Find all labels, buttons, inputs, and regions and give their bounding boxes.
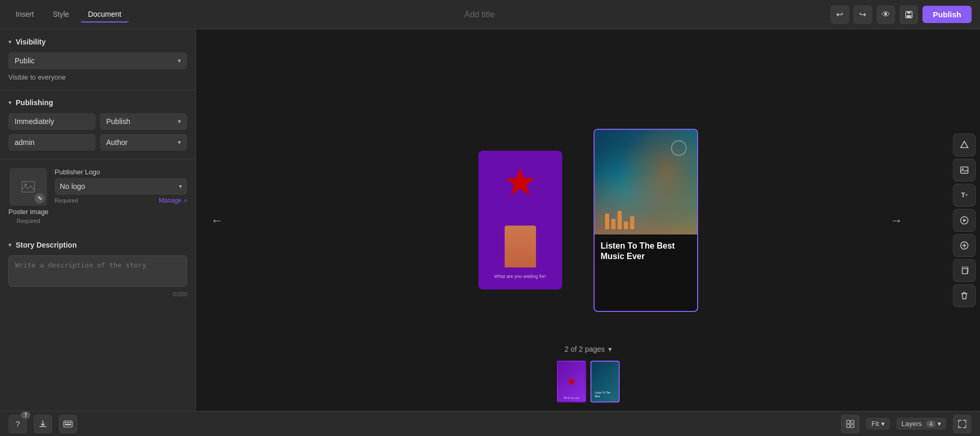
poster-label: Poster image bbox=[8, 208, 49, 216]
logo-section: Publisher Logo No logo ▾ Required Manage… bbox=[55, 168, 187, 204]
thumbnail-1[interactable]: What are you bbox=[557, 361, 586, 403]
manage-link[interactable]: Manage ↗ bbox=[159, 197, 187, 204]
logo-chevron-icon: ▾ bbox=[179, 183, 182, 190]
layers-count-badge: 4 bbox=[926, 420, 936, 428]
canvas-area: What are you waiting for! bbox=[196, 29, 980, 411]
story-description-input[interactable] bbox=[8, 255, 187, 287]
story-card-1[interactable]: What are you waiting for! bbox=[478, 151, 562, 289]
external-link-icon: ↗ bbox=[183, 198, 187, 204]
visibility-title: Visibility bbox=[16, 38, 45, 46]
publish-button[interactable]: Publish bbox=[922, 6, 972, 23]
author-row: admin Author ▾ bbox=[8, 134, 187, 151]
svg-rect-23 bbox=[847, 424, 850, 428]
undo-button[interactable]: ↩ bbox=[830, 5, 849, 24]
pages-indicator[interactable]: 2 of 2 pages ▾ bbox=[564, 345, 611, 353]
visibility-note: Visible to everyone bbox=[8, 73, 187, 81]
download-button[interactable] bbox=[33, 415, 52, 433]
author-select[interactable]: admin bbox=[8, 134, 96, 151]
svg-marker-15 bbox=[567, 377, 576, 385]
manage-label: Manage bbox=[159, 197, 181, 204]
visibility-header[interactable]: ▾ Visibility bbox=[8, 38, 187, 46]
role-chevron-icon: ▾ bbox=[178, 139, 181, 146]
image-tool-button[interactable] bbox=[953, 159, 976, 182]
role-select[interactable]: Author ▾ bbox=[100, 134, 187, 151]
preview-button[interactable]: 👁 bbox=[876, 5, 895, 24]
story-description-title: Story Description bbox=[16, 241, 77, 249]
publishing-header[interactable]: ▾ Publishing bbox=[8, 98, 187, 107]
expand-button[interactable] bbox=[953, 415, 972, 433]
svg-rect-14 bbox=[962, 269, 967, 274]
pages-count-badge: 7 bbox=[21, 411, 30, 419]
redo-button[interactable]: ↪ bbox=[853, 5, 872, 24]
svg-marker-5 bbox=[506, 167, 535, 195]
poster-required: Required bbox=[17, 218, 40, 224]
svg-rect-20 bbox=[65, 424, 71, 426]
visibility-select[interactable]: Public ▾ bbox=[8, 52, 187, 69]
poster-logo-row: ✎ Poster image Required Publisher Logo N… bbox=[0, 160, 196, 232]
copy-element-button[interactable] bbox=[953, 259, 976, 282]
add-element-button[interactable] bbox=[953, 234, 976, 257]
svg-rect-22 bbox=[851, 420, 854, 423]
shape-tool-button[interactable] bbox=[953, 133, 976, 156]
poster-image-upload[interactable]: ✎ bbox=[9, 168, 47, 206]
visibility-value: Public bbox=[15, 57, 35, 65]
nav-right-button[interactable]: → bbox=[886, 210, 907, 231]
play-tool-button[interactable] bbox=[953, 209, 976, 232]
fit-select[interactable]: Fit ▾ bbox=[866, 418, 890, 430]
layers-button[interactable]: Layers 4 ▾ bbox=[896, 418, 947, 430]
story-desc-chevron-icon: ▾ bbox=[8, 241, 12, 249]
svg-rect-19 bbox=[70, 422, 71, 423]
action-chevron-icon: ▾ bbox=[178, 118, 181, 125]
canvas-stories: What are you waiting for! bbox=[478, 129, 698, 312]
story-card-2[interactable]: Listen To The Best Music Ever bbox=[594, 129, 698, 312]
role-value: Author bbox=[106, 138, 128, 147]
nav-left-button[interactable]: ← bbox=[207, 210, 227, 231]
thumbnail-strip: What are you Listen To The Best bbox=[557, 361, 620, 403]
save-button[interactable] bbox=[899, 5, 918, 24]
svg-marker-6 bbox=[961, 141, 968, 148]
pages-chevron-icon: ▾ bbox=[608, 345, 612, 353]
manage-row: Required Manage ↗ bbox=[55, 197, 187, 204]
publishing-row: Immediately Publish ▾ bbox=[8, 113, 187, 130]
tab-document[interactable]: Document bbox=[81, 7, 129, 23]
svg-rect-17 bbox=[65, 422, 66, 423]
action-value: Publish bbox=[106, 117, 130, 126]
svg-point-4 bbox=[25, 184, 27, 186]
story-1-text: What are you waiting for! bbox=[494, 274, 546, 279]
dj-visual bbox=[595, 130, 697, 234]
tab-style[interactable]: Style bbox=[45, 7, 76, 23]
story-2-image bbox=[595, 130, 697, 234]
help-badge-wrap: ? 7 bbox=[8, 415, 27, 433]
title-area[interactable]: Add title bbox=[129, 10, 830, 19]
thumbnail-2[interactable]: Listen To The Best bbox=[590, 361, 620, 403]
pages-text: 2 of 2 pages bbox=[564, 345, 605, 353]
title-placeholder: Add title bbox=[464, 10, 495, 19]
action-select[interactable]: Publish ▾ bbox=[100, 113, 187, 130]
view-mode-button[interactable] bbox=[841, 415, 860, 433]
story-2-title: Listen To The Best Music Ever bbox=[601, 241, 691, 263]
visibility-section: ▾ Visibility Public ▾ Visible to everyon… bbox=[0, 29, 196, 90]
schedule-select[interactable]: Immediately bbox=[8, 113, 96, 130]
story-2-text-area: Listen To The Best Music Ever bbox=[595, 234, 697, 269]
fit-chevron-icon: ▾ bbox=[881, 420, 885, 428]
char-count: 0/200 bbox=[8, 291, 187, 297]
bottom-right: Fit ▾ Layers 4 ▾ bbox=[841, 415, 972, 433]
top-bar-actions: ↩ ↪ 👁 Publish bbox=[830, 5, 972, 24]
right-toolbar: T+ bbox=[953, 133, 976, 307]
svg-rect-21 bbox=[847, 420, 850, 423]
story-card-1-inner: What are you waiting for! bbox=[485, 157, 556, 283]
svg-marker-10 bbox=[963, 219, 966, 222]
logo-select[interactable]: No logo ▾ bbox=[55, 178, 187, 195]
story-description-header[interactable]: ▾ Story Description bbox=[8, 241, 187, 249]
publishing-title: Publishing bbox=[16, 98, 53, 107]
fit-label: Fit bbox=[871, 420, 879, 428]
svg-rect-1 bbox=[907, 12, 910, 14]
keyboard-shortcut-button[interactable] bbox=[59, 415, 77, 433]
text-tool-button[interactable]: T+ bbox=[953, 184, 976, 207]
delete-element-button[interactable] bbox=[953, 284, 976, 307]
top-bar: Insert Style Document Add title ↩ ↪ 👁 Pu… bbox=[0, 0, 980, 29]
edit-poster-icon: ✎ bbox=[35, 193, 45, 204]
help-icon: ? bbox=[16, 419, 20, 428]
layers-label: Layers bbox=[902, 420, 922, 428]
tab-insert[interactable]: Insert bbox=[8, 7, 41, 23]
